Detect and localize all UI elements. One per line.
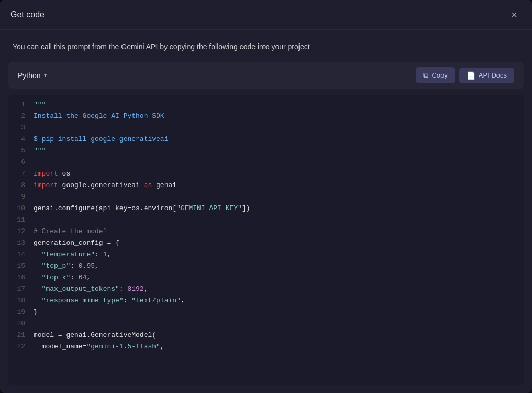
table-row: 16 "top_k": 64, [8, 272, 524, 283]
modal-title: Get code [10, 10, 45, 19]
table-row: 22 model_name="gemini-1.5-flash", [8, 341, 524, 353]
copy-button[interactable]: ⧉ Copy [416, 67, 455, 83]
table-row: 11 [8, 214, 524, 226]
table-row: 3 [8, 122, 524, 134]
table-row: 6 [8, 157, 524, 168]
table-row: 5 """ [8, 145, 524, 157]
table-row: 18 "response_mime_type": "text/plain", [8, 295, 524, 307]
close-icon: × [511, 9, 517, 21]
table-row: 13 generation_config = { [8, 237, 524, 249]
modal-description: You can call this prompt from the Gemini… [0, 30, 532, 62]
table-row: 14 "temperature": 1, [8, 249, 524, 260]
table-row: 10 genai.configure(api_key=os.environ["G… [8, 203, 524, 214]
copy-icon: ⧉ [423, 71, 428, 80]
language-label: Python [18, 71, 41, 80]
language-selector[interactable]: Python ▾ [18, 71, 47, 80]
table-row: 12 # Create the model [8, 226, 524, 237]
table-row: 8 import google.generativeai as genai [8, 180, 524, 191]
table-row: 20 [8, 318, 524, 330]
table-row: 17 "max_output_tokens": 8192, [8, 283, 524, 295]
code-scroll-area[interactable]: 1 """ 2 Install the Google AI Python SDK… [8, 95, 524, 385]
api-docs-button[interactable]: 📄 API Docs [459, 68, 514, 83]
docs-icon: 📄 [467, 71, 475, 80]
modal-header: Get code × [0, 0, 532, 30]
table-row: 19 } [8, 307, 524, 318]
table-row: 1 """ [8, 99, 524, 111]
copy-label: Copy [431, 71, 447, 79]
table-row: 4 $ pip install google-generativeai [8, 134, 524, 145]
table-row: 21 model = genai.GenerativeModel( [8, 330, 524, 341]
code-toolbar: Python ▾ ⧉ Copy 📄 API Docs [8, 62, 524, 89]
table-row: 7 import os [8, 168, 524, 180]
chevron-down-icon: ▾ [44, 72, 47, 78]
close-button[interactable]: × [507, 7, 522, 22]
table-row: 9 [8, 191, 524, 203]
get-code-modal: Get code × You can call this prompt from… [0, 0, 532, 393]
table-row: 2 Install the Google AI Python SDK [8, 111, 524, 122]
toolbar-actions: ⧉ Copy 📄 API Docs [416, 67, 514, 83]
table-row: 15 "top_p": 0.95, [8, 260, 524, 272]
code-container: 1 """ 2 Install the Google AI Python SDK… [8, 95, 524, 385]
modal-overlay: Get code × You can call this prompt from… [0, 0, 532, 393]
api-docs-label: API Docs [479, 71, 507, 79]
